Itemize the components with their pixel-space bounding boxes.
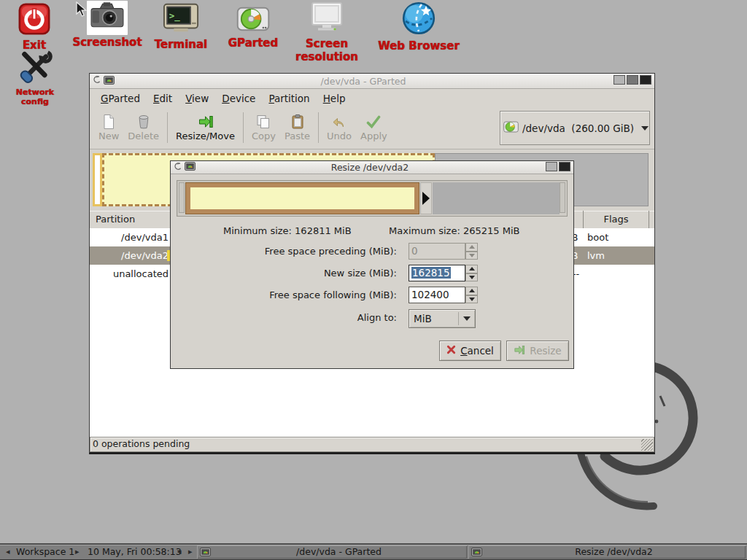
- cancel-button[interactable]: Cancel: [439, 341, 501, 361]
- operations-pending-text: 0 operations pending: [93, 438, 190, 449]
- dialog-title: Resize /dev/vda2: [198, 162, 541, 173]
- maximize-button[interactable]: [546, 162, 557, 171]
- size-limits: Minimum size: 162811 MiB Maximum size: 2…: [171, 225, 573, 237]
- preceding-label: Free space preceding (MiB):: [171, 243, 397, 260]
- task-prev-icon[interactable]: ◂: [177, 545, 182, 559]
- spin-up-button: [465, 243, 478, 252]
- launcher-terminal[interactable]: >_ Terminal: [146, 2, 216, 51]
- resize-grip[interactable]: [641, 439, 653, 451]
- drag-arrow-icon: [422, 192, 430, 205]
- main-window-titlebar[interactable]: /dev/vda - GParted: [90, 74, 654, 89]
- toolbar: New Delete Resize/Move: [90, 108, 654, 152]
- taskbar: ◂ Workspace 1 ▸ 10 May, Fri 00:58:13 ◂ ▸…: [0, 543, 747, 560]
- toolbar-resize-move-button[interactable]: Resize/Move: [171, 111, 239, 143]
- maximize-button[interactable]: [627, 75, 638, 85]
- spin-down-button[interactable]: [465, 295, 478, 304]
- resize-dialog: Resize /dev/vda2 Minimum size: 162811 Mi…: [170, 160, 574, 369]
- disk-icon: [221, 5, 285, 36]
- toolbar-new-button: New: [94, 111, 123, 143]
- launcher-label: Terminal: [155, 38, 208, 51]
- align-label: Align to:: [171, 309, 397, 327]
- main-window-title: /dev/vda - GParted: [117, 76, 609, 87]
- resize-arrow-icon: [514, 344, 525, 358]
- new-size-spinbox[interactable]: 162815: [409, 265, 479, 281]
- partition-segment-vda1[interactable]: [93, 153, 102, 206]
- right-edge-handle[interactable]: [560, 182, 565, 213]
- close-button[interactable]: [559, 162, 570, 171]
- menubar: GParted Edit View Device Partition Help: [90, 89, 654, 109]
- dialog-buttons: Cancel Resize: [171, 341, 573, 361]
- following-spinbox[interactable]: 102400: [409, 287, 479, 303]
- globe-icon: [371, 1, 467, 39]
- monitor-icon: [281, 1, 373, 36]
- flags-cell: lvm: [587, 246, 605, 265]
- debian-swirl-icon: [174, 162, 182, 174]
- toolbar-separator: [243, 112, 244, 143]
- debian-swirl-icon: [93, 75, 101, 87]
- trash-icon: [136, 112, 152, 130]
- launcher-network-config[interactable]: Network config: [1, 50, 69, 106]
- svg-text:>_: >_: [169, 10, 181, 22]
- align-dropdown[interactable]: MiB: [409, 309, 476, 328]
- menu-edit[interactable]: Edit: [147, 90, 179, 106]
- launcher-label: Screen resolution: [295, 37, 358, 63]
- clock: 10 May, Fri 00:58:13: [88, 545, 182, 559]
- resize-move-icon: [198, 112, 214, 130]
- gparted-mini-icon: [471, 548, 482, 556]
- workspace-prev-icon[interactable]: ◂: [6, 545, 10, 559]
- task-resize-dialog[interactable]: Resize /dev/vda2: [468, 545, 746, 559]
- header-partition[interactable]: Partition: [96, 211, 135, 228]
- chevron-down-icon: [641, 126, 649, 131]
- device-selector[interactable]: /dev/vda (260.00 GiB): [500, 111, 650, 145]
- launcher-gparted[interactable]: GParted: [221, 5, 285, 50]
- device-disk-icon: [503, 120, 519, 136]
- gparted-mini-icon: [185, 162, 196, 173]
- gparted-mini-icon: [200, 548, 211, 556]
- maximum-size-label: Maximum size: 265215 MiB: [389, 225, 519, 236]
- preceding-value: 0: [409, 243, 465, 260]
- copy-icon: [255, 112, 271, 130]
- dialog-titlebar[interactable]: Resize /dev/vda2: [171, 161, 573, 174]
- partition-used-area: [190, 187, 414, 209]
- following-value[interactable]: 102400: [409, 287, 465, 303]
- launcher-label: Network config: [16, 88, 54, 106]
- terminal-icon: >_: [146, 2, 216, 37]
- shade-button[interactable]: [614, 75, 625, 85]
- header-flags[interactable]: Flags: [584, 211, 649, 228]
- close-button[interactable]: [640, 75, 651, 85]
- tools-icon: [1, 50, 69, 87]
- new-size-row: New size (MiB): 162815: [171, 265, 573, 282]
- spin-down-button[interactable]: [465, 273, 478, 282]
- workspace-next-icon[interactable]: ▸: [75, 545, 80, 559]
- task-next-icon[interactable]: ▸: [188, 545, 193, 559]
- left-resize-handle[interactable]: [179, 182, 185, 213]
- undo-icon: [331, 112, 347, 130]
- partition-block[interactable]: [185, 182, 419, 214]
- launcher-screen-resolution[interactable]: Screen resolution: [281, 1, 373, 63]
- spin-up-button[interactable]: [465, 287, 478, 295]
- chevron-down-icon: [463, 316, 471, 321]
- menu-partition[interactable]: Partition: [262, 90, 316, 106]
- launcher-exit[interactable]: Exit: [6, 3, 63, 52]
- spin-up-button[interactable]: [465, 265, 478, 273]
- menu-view[interactable]: View: [179, 90, 215, 106]
- combo-divider: [458, 312, 459, 325]
- launcher-label: Screenshot: [72, 36, 142, 49]
- cancel-x-icon: [446, 345, 456, 357]
- following-label: Free space following (MiB):: [171, 287, 397, 304]
- new-partition-icon: [101, 112, 117, 130]
- right-resize-handle[interactable]: [420, 182, 432, 214]
- menu-help[interactable]: Help: [317, 90, 352, 106]
- new-size-value[interactable]: 162815: [411, 267, 451, 279]
- task-gparted-window[interactable]: /dev/vda - GParted: [197, 545, 467, 559]
- launcher-web-browser[interactable]: Web Browser: [371, 1, 467, 52]
- align-value: MiB: [414, 313, 432, 324]
- workspace-label: Workspace 1: [16, 545, 74, 559]
- window-buttons: [544, 162, 570, 174]
- power-icon: [6, 3, 63, 38]
- menu-gparted[interactable]: GParted: [94, 90, 147, 106]
- toolbar-apply-button: Apply: [356, 111, 392, 143]
- camera-icon: [87, 1, 128, 35]
- menu-device[interactable]: Device: [215, 90, 262, 106]
- task-label: Resize /dev/vda2: [482, 545, 746, 559]
